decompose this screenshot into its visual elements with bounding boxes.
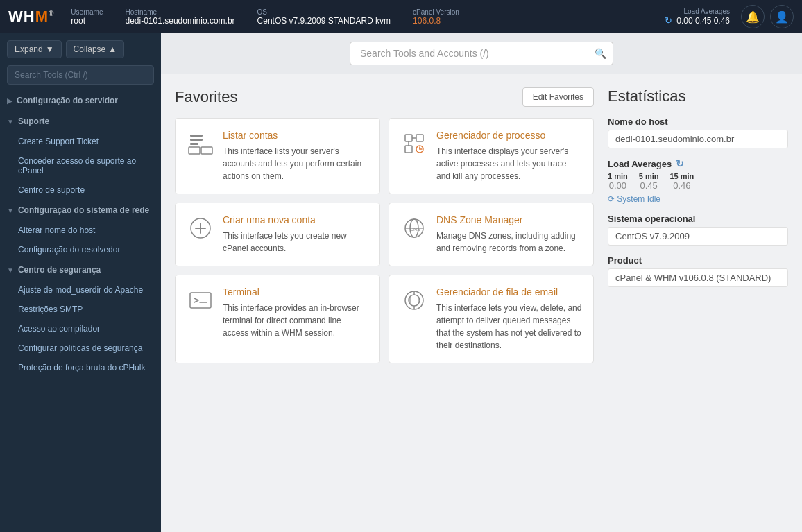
stats-os-label: Sistema operacional (608, 214, 788, 224)
favorite-card-dns-zone[interactable]: DNS DNS Zone Manager Manage DNS zones, i… (389, 203, 594, 266)
sidebar-item-politicas-seguranca[interactable]: Configurar políticas de segurança (0, 338, 161, 358)
chevron-down-icon-suporte: ▼ (7, 118, 14, 126)
collapse-icon: ▲ (108, 44, 117, 54)
load-avg-stats: 1 min 0.00 5 min 0.45 15 min 0.46 (608, 172, 788, 191)
favorites-title: Favorites (175, 88, 237, 106)
sidebar-section-label-rede: Configuração do sistema de rede (18, 205, 149, 215)
expand-icon: ▼ (46, 44, 54, 54)
os-info: OS CentOS v7.9.2009 STANDARD kvm (257, 8, 391, 26)
sidebar-item-create-support-ticket[interactable]: Create Support Ticket (0, 132, 161, 151)
sidebar-section-configuracao-servidor: ▶ Configuração do servidor (0, 90, 161, 111)
favorite-content-criar-conta: Criar uma nova conta This interface lets… (223, 214, 368, 255)
svg-rect-2 (190, 143, 198, 145)
load-1min-label: 1 min (608, 172, 628, 180)
user-button[interactable]: 👤 (770, 5, 794, 28)
stats-load: Load Averages ↻ 1 min 0.00 5 min 0.45 (608, 158, 788, 204)
favorite-card-gerenciador-processo[interactable]: Gerenciador de processo This interface d… (389, 118, 594, 194)
favorite-title-dns-zone: DNS Zone Manager (436, 214, 582, 225)
system-idle-link[interactable]: ⟳ System Idle (608, 194, 660, 204)
sidebar-item-mod-userdir[interactable]: Ajuste de mod_userdir do Apache (0, 280, 161, 300)
os-label: OS (257, 8, 391, 16)
load-5min-value: 0.45 (640, 180, 657, 191)
main-layout: Expand ▼ Collapse ▲ ▶ Configuração do se… (0, 33, 802, 532)
favorite-icon-listar-contas (187, 130, 214, 157)
sidebar-item-cphulk[interactable]: Proteção de força bruta do cPHulk (0, 358, 161, 377)
cpanel-label: cPanel Version (413, 8, 459, 16)
sidebar-item-restricoes-smtp[interactable]: Restrições SMTP (0, 300, 161, 319)
favorite-icon-gerenciador-processo (400, 130, 428, 157)
chevron-down-icon-rede: ▼ (7, 207, 14, 214)
sidebar-item-acesso-compilador[interactable]: Acesso ao compilador (0, 319, 161, 338)
load-col-1min: 1 min 0.00 (608, 172, 628, 191)
stats-os: Sistema operacional CentOS v7.9.2009 (608, 214, 788, 246)
favorite-title-gerenciador-processo: Gerenciador de processo (436, 130, 582, 141)
search-bar-area: 🔍 (161, 33, 802, 74)
stats-hostname-label: Nome do host (608, 117, 788, 127)
favorite-card-listar-contas[interactable]: Listar contas This interface lists your … (175, 118, 380, 194)
favorite-card-fila-email[interactable]: Gerenciador de fila de email This interf… (389, 275, 594, 363)
cpanel-value: 106.0.8 (413, 16, 459, 26)
stats-os-value: CentOS v7.9.2009 (608, 227, 788, 246)
expand-label: Expand (15, 44, 43, 54)
favorite-desc-fila-email: This interface lets you view, delete, an… (436, 302, 582, 352)
favorites-section: Favorites Edit Favorites (175, 87, 594, 518)
favorite-card-criar-conta[interactable]: Criar uma nova conta This interface lets… (175, 203, 380, 266)
favorite-content-listar-contas: Listar contas This interface lists your … (223, 130, 368, 182)
svg-rect-0 (190, 135, 203, 137)
expand-button[interactable]: Expand ▼ (7, 40, 62, 58)
svg-rect-5 (405, 135, 412, 141)
search-input[interactable] (350, 42, 613, 65)
sidebar-item-conceder-acesso[interactable]: Conceder acesso de suporte ao cPanel (0, 151, 161, 180)
svg-rect-7 (405, 146, 412, 153)
username-info: Username root (71, 8, 103, 26)
favorite-title-terminal: Terminal (223, 286, 368, 298)
collapse-button[interactable]: Collapse ▲ (66, 40, 125, 58)
sidebar-item-configuracao-resolvedor[interactable]: Configuração do resolvedor (0, 240, 161, 259)
stats-product: Product cPanel & WHM v106.0.8 (STANDARD) (608, 255, 788, 287)
load-1min-value: 0.00 (609, 180, 626, 191)
load-avg-values: ↻ 0.00 0.45 0.46 (665, 15, 730, 26)
favorite-content-gerenciador-processo: Gerenciador de processo This interface d… (436, 130, 582, 182)
sidebar-section-header-suporte[interactable]: ▼ Suporte (0, 111, 161, 132)
notifications-button[interactable]: 🔔 (741, 5, 765, 28)
sidebar-section-header-rede[interactable]: ▼ Configuração do sistema de rede (0, 200, 161, 221)
load-refresh-icon: ↻ (665, 15, 672, 26)
edit-favorites-button[interactable]: Edit Favorites (522, 87, 594, 107)
cpanel-info: cPanel Version 106.0.8 (413, 8, 459, 26)
username-label: Username (71, 8, 103, 16)
sidebar-controls: Expand ▼ Collapse ▲ (0, 33, 161, 62)
top-bar-right: Load Averages ↻ 0.00 0.45 0.46 🔔 👤 (665, 5, 794, 28)
favorites-grid: Listar contas This interface lists your … (175, 118, 594, 363)
sidebar-search-input[interactable] (7, 65, 154, 85)
favorite-icon-criar-conta (187, 214, 214, 242)
hostname-label: Hostname (126, 8, 235, 16)
load-refresh-icon[interactable]: ↻ (676, 158, 684, 169)
sidebar-section-seguranca: ▼ Centro de segurança Ajuste de mod_user… (0, 259, 161, 377)
load-avg-widget: Load Averages ↻ 0.00 0.45 0.46 (665, 8, 730, 26)
stats-load-label: Load Averages (608, 159, 672, 169)
sidebar-section-suporte: ▼ Suporte Create Support Ticket Conceder… (0, 111, 161, 200)
sidebar-section-header-configuracao-servidor[interactable]: ▶ Configuração do servidor (0, 90, 161, 111)
favorite-desc-criar-conta: This interface lets you create new cPane… (223, 230, 368, 255)
sidebar-section-label-suporte: Suporte (18, 117, 49, 126)
sidebar-item-alterar-nome-host[interactable]: Alterar nome do host (0, 221, 161, 240)
favorite-card-terminal[interactable]: Terminal This interface provides an in-b… (175, 275, 380, 363)
stats-load-title-row: Load Averages ↻ (608, 158, 788, 169)
os-value: CentOS v7.9.2009 STANDARD kvm (257, 16, 391, 26)
load-15min-label: 15 min (669, 172, 694, 180)
sidebar: Expand ▼ Collapse ▲ ▶ Configuração do se… (0, 33, 161, 532)
sidebar-item-centro-suporte[interactable]: Centro de suporte (0, 180, 161, 200)
favorite-title-criar-conta: Criar uma nova conta (223, 214, 368, 225)
favorite-desc-dns-zone: Manage DNS zones, including adding and r… (436, 230, 582, 255)
logo: WHM® (8, 8, 54, 26)
sidebar-section-header-seguranca[interactable]: ▼ Centro de segurança (0, 259, 161, 280)
sidebar-section-rede: ▼ Configuração do sistema de rede Altera… (0, 200, 161, 259)
hostname-info: Hostname dedi-0101.seudominio.com.br (126, 8, 235, 26)
favorite-title-fila-email: Gerenciador de fila de email (436, 286, 582, 298)
content-area: 🔍 Favorites Edit Favorites (161, 33, 802, 532)
load-col-15min: 15 min 0.46 (669, 172, 694, 191)
stats-hostname-value: dedi-0101.seudominio.com.br (608, 130, 788, 148)
favorite-icon-dns-zone: DNS (400, 214, 428, 242)
stats-title: Estatísticas (608, 87, 788, 105)
favorite-content-fila-email: Gerenciador de fila de email This interf… (436, 286, 582, 352)
